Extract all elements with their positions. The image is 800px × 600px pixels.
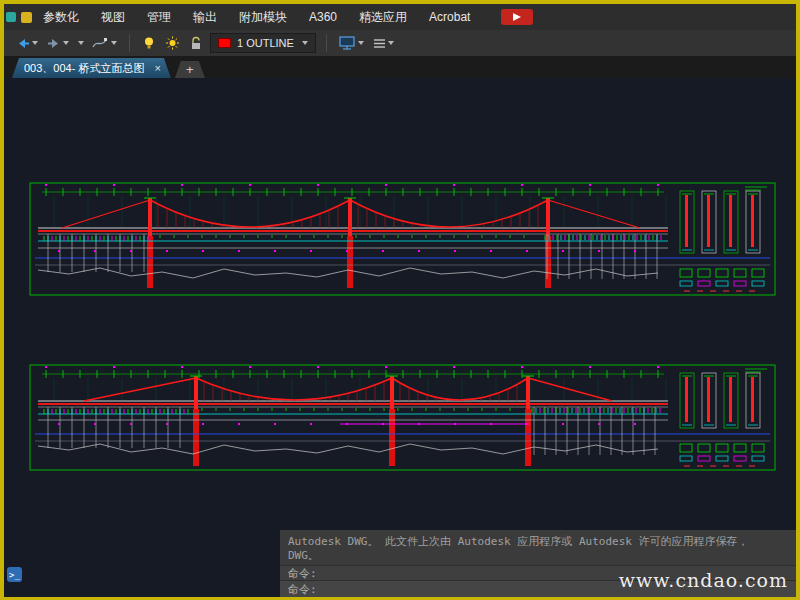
redo-arrow-icon — [47, 37, 61, 50]
a360-sync-button[interactable] — [501, 9, 533, 25]
menu-item-output[interactable]: 输出 — [182, 9, 228, 26]
redo-button[interactable] — [45, 33, 71, 53]
undo-arrow-icon — [16, 37, 30, 50]
file-tab-bar: 003、004- 桥式立面总图 × + — [4, 56, 796, 78]
menu-item-view[interactable]: 视图 — [90, 9, 136, 26]
layer-name-label: 1 OUTLINE — [237, 37, 294, 49]
menu-item-a360[interactable]: A360 — [298, 10, 348, 24]
tab-close-icon[interactable]: × — [154, 62, 160, 74]
undo-caret-icon[interactable] — [32, 41, 38, 45]
file-tab-active[interactable]: 003、004- 桥式立面总图 × — [12, 58, 171, 78]
unlock-icon — [189, 36, 203, 50]
toolbar-separator — [326, 34, 327, 52]
quick-access-toolbar: 1 OUTLINE — [4, 30, 796, 56]
menu-item-addins[interactable]: 附加模块 — [228, 9, 298, 26]
lightbulb-button[interactable] — [140, 33, 158, 53]
new-tab-button[interactable]: + — [175, 61, 205, 78]
layer-color-swatch[interactable] — [218, 38, 231, 48]
plus-icon: + — [186, 62, 194, 77]
undo-button[interactable] — [14, 33, 40, 53]
toolbar-separator — [129, 34, 130, 52]
menu-item-featured-apps[interactable]: 精选应用 — [348, 9, 418, 26]
sun-button[interactable] — [163, 33, 182, 53]
autocad-window: 参数化 视图 管理 输出 附加模块 A360 精选应用 Acrobat — [4, 4, 796, 597]
lightbulb-icon — [142, 36, 156, 50]
layer-select[interactable]: 1 OUTLINE — [210, 33, 316, 53]
command-line-icon[interactable]: >_ — [7, 567, 22, 582]
unlock-button[interactable] — [187, 33, 205, 53]
app-icon[interactable] — [21, 12, 32, 23]
qat-icon[interactable] — [6, 12, 16, 22]
list-button[interactable] — [371, 33, 396, 53]
command-history-line: Autodesk DWG。 此文件上次由 Autodesk 应用程序或 Auto… — [288, 535, 788, 549]
display-caret-icon[interactable] — [358, 41, 364, 45]
line-tool-caret-icon[interactable] — [111, 41, 117, 45]
display-settings-button[interactable] — [337, 33, 366, 53]
menu-item-parametric[interactable]: 参数化 — [32, 9, 90, 26]
drawing-canvas[interactable] — [4, 78, 796, 597]
list-caret-icon[interactable] — [388, 41, 394, 45]
menu-bar: 参数化 视图 管理 输出 附加模块 A360 精选应用 Acrobat — [4, 4, 796, 30]
line-tool-icon — [91, 36, 109, 50]
line-tool-button[interactable] — [89, 33, 119, 53]
display-icon — [339, 36, 356, 50]
drawing-area[interactable]: >_ Autodesk DWG。 此文件上次由 Autodesk 应用程序或 A… — [4, 78, 796, 597]
menu-item-acrobat[interactable]: Acrobat — [418, 10, 481, 24]
white-arrow-icon — [511, 12, 523, 22]
sun-icon — [165, 36, 180, 50]
command-history-line: DWG。 — [288, 549, 788, 563]
menu-item-manage[interactable]: 管理 — [136, 9, 182, 26]
layer-dropdown-caret-icon[interactable] — [302, 41, 308, 45]
watermark-text: www.cndao.com — [619, 569, 788, 591]
list-icon — [373, 38, 386, 49]
command-history: Autodesk DWG。 此文件上次由 Autodesk 应用程序或 Auto… — [280, 530, 796, 565]
file-tab-label: 003、004- 桥式立面总图 — [24, 61, 144, 76]
redo-caret-icon[interactable] — [63, 41, 69, 45]
qat-dropdown-caret-icon[interactable] — [78, 41, 84, 45]
